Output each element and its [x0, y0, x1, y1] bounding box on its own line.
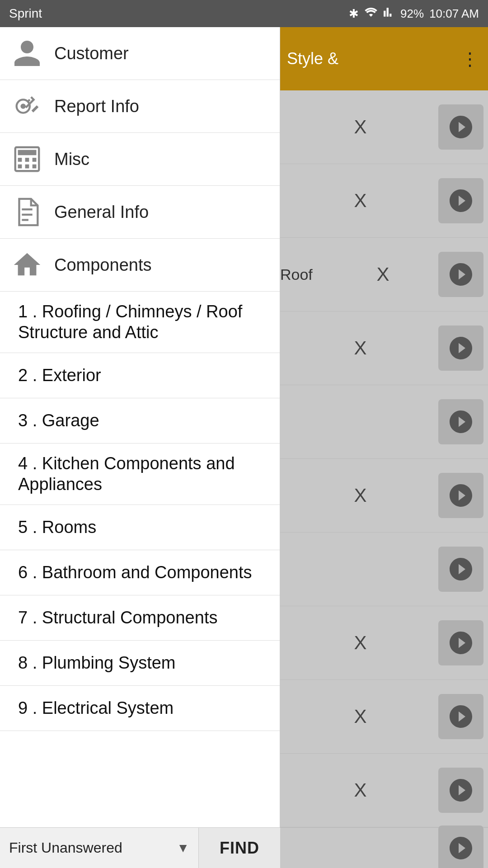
- main-layout: Style & ⋮ X X Roof X: [0, 27, 488, 868]
- sub-item-6-label: 6 . Bathroom and Components: [18, 562, 252, 583]
- x-mark: X: [282, 779, 438, 801]
- menu-item-report-info[interactable]: Report Info: [0, 80, 280, 133]
- arrow-button[interactable]: [438, 399, 483, 444]
- sub-item-8-label: 8 . Plumbing System: [18, 653, 175, 674]
- x-mark: X: [282, 337, 438, 359]
- arrow-button[interactable]: [438, 104, 483, 150]
- sub-item-3[interactable]: 3 . Garage: [0, 398, 280, 443]
- sub-item-6[interactable]: 6 . Bathroom and Components: [0, 550, 280, 595]
- time-label: 10:07 AM: [429, 7, 479, 21]
- arrow-button[interactable]: [438, 547, 483, 592]
- sub-item-7[interactable]: 7 . Structural Components: [0, 595, 280, 641]
- sub-item-8[interactable]: 8 . Plumbing System: [0, 641, 280, 686]
- dropdown-label: First Unanswered: [9, 840, 177, 856]
- sub-item-9-label: 9 . Electrical System: [18, 698, 174, 719]
- arrow-button[interactable]: [438, 826, 483, 868]
- roof-label: Roof: [280, 266, 313, 283]
- menu-item-misc[interactable]: Misc: [0, 133, 280, 186]
- carrier-label: Sprint: [9, 6, 42, 21]
- bottom-bar: First Unanswered ▼ FIND: [0, 827, 280, 868]
- right-bottom-row: [278, 827, 488, 868]
- sub-item-1-label: 1 . Roofing / Chimneys / Roof Structure …: [18, 302, 271, 343]
- sub-item-7-label: 7 . Structural Components: [18, 608, 217, 628]
- find-button[interactable]: FIND: [199, 828, 280, 868]
- right-row: [278, 385, 488, 459]
- report-info-label: Report Info: [54, 97, 139, 116]
- sub-item-4[interactable]: 4 . Kitchen Components and Appliances: [0, 443, 280, 505]
- right-row: X: [278, 311, 488, 385]
- right-row: X: [278, 680, 488, 754]
- x-mark: X: [282, 632, 438, 654]
- x-mark: X: [282, 190, 438, 212]
- sub-item-4-label: 4 . Kitchen Components and Appliances: [18, 453, 271, 495]
- battery-label: 92%: [400, 7, 424, 21]
- menu-item-customer[interactable]: Customer: [0, 27, 280, 80]
- arrow-button[interactable]: [438, 252, 483, 297]
- bluetooth-icon: ✱: [349, 7, 359, 21]
- svg-rect-7: [18, 165, 22, 169]
- right-row: X: [278, 164, 488, 238]
- report-icon: [9, 88, 45, 124]
- right-row: X: [278, 90, 488, 164]
- arrow-button[interactable]: [438, 768, 483, 813]
- svg-rect-3: [18, 150, 37, 156]
- customer-label: Customer: [54, 44, 129, 63]
- dropdown-arrow-icon: ▼: [177, 841, 189, 855]
- sub-item-3-label: 3 . Garage: [18, 410, 99, 431]
- svg-point-1: [20, 104, 26, 109]
- svg-rect-4: [18, 158, 22, 162]
- right-row: [278, 533, 488, 606]
- x-mark: X: [328, 264, 438, 285]
- right-panel: Style & ⋮ X X Roof X: [278, 27, 488, 868]
- menu-item-general-info[interactable]: General Info: [0, 186, 280, 239]
- right-rows: X X Roof X X: [278, 90, 488, 827]
- right-row: X: [278, 754, 488, 827]
- svg-rect-5: [25, 158, 29, 162]
- arrow-button[interactable]: [438, 178, 483, 223]
- components-label: Components: [54, 255, 151, 275]
- arrow-button[interactable]: [438, 620, 483, 665]
- more-options-icon[interactable]: ⋮: [461, 48, 479, 69]
- find-button-label: FIND: [220, 839, 259, 858]
- right-panel-header: Style & ⋮: [278, 27, 488, 90]
- svg-rect-8: [25, 165, 29, 169]
- document-icon: [9, 194, 45, 230]
- signal-icon: [383, 6, 395, 21]
- home-icon: [9, 247, 45, 283]
- right-row: Roof X: [278, 238, 488, 311]
- x-mark: X: [282, 485, 438, 506]
- x-mark: X: [282, 706, 438, 727]
- sub-item-2-label: 2 . Exterior: [18, 365, 101, 386]
- sub-item-9[interactable]: 9 . Electrical System: [0, 686, 280, 731]
- arrow-button[interactable]: [438, 473, 483, 518]
- first-unanswered-dropdown[interactable]: First Unanswered ▼: [0, 828, 199, 868]
- status-bar: Sprint ✱ 92% 10:07 AM: [0, 0, 488, 27]
- svg-rect-9: [33, 165, 37, 169]
- menu-item-components[interactable]: Components: [0, 239, 280, 292]
- person-icon: [9, 35, 45, 71]
- right-row: X: [278, 459, 488, 533]
- sub-item-5[interactable]: 5 . Rooms: [0, 505, 280, 550]
- svg-rect-6: [33, 158, 37, 162]
- sub-item-2[interactable]: 2 . Exterior: [0, 353, 280, 398]
- x-mark: X: [282, 116, 438, 138]
- arrow-button[interactable]: [438, 694, 483, 739]
- sub-item-5-label: 5 . Rooms: [18, 517, 96, 538]
- right-row: X: [278, 606, 488, 680]
- navigation-drawer: Customer Report Info Misc General Info: [0, 27, 280, 868]
- general-info-label: General Info: [54, 203, 149, 222]
- status-right: ✱ 92% 10:07 AM: [349, 6, 479, 21]
- wifi-icon: [364, 7, 378, 21]
- sub-item-1[interactable]: 1 . Roofing / Chimneys / Roof Structure …: [0, 292, 280, 353]
- misc-label: Misc: [54, 150, 89, 169]
- arrow-button[interactable]: [438, 326, 483, 371]
- right-header-title: Style &: [287, 49, 338, 68]
- calculator-icon: [9, 141, 45, 177]
